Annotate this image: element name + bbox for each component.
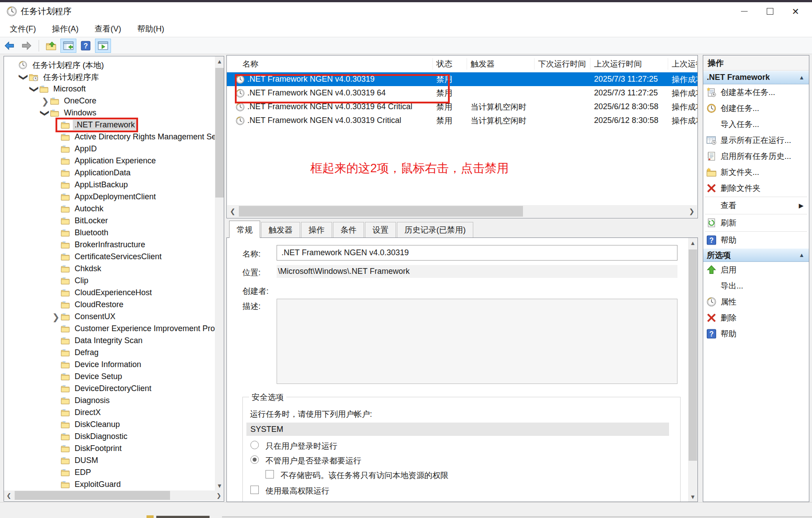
tree-item[interactable]: DiskFootprint [4,443,215,455]
tab-触发器[interactable]: 触发器 [261,222,300,238]
tree-item[interactable]: CertificateServicesClient [4,251,215,263]
tree-item[interactable]: DirectX [4,407,215,419]
help-button[interactable]: ? [78,39,94,53]
back-arrow-button[interactable] [1,39,17,53]
scrollbar-thumb[interactable] [239,206,523,217]
tab-常规[interactable]: 常规 [229,221,260,238]
column-header[interactable]: 名称 [227,58,433,70]
column-header[interactable]: 下次运行时间 [535,58,590,70]
tree-item[interactable]: AppID [4,143,215,155]
checkbox-run-with-highest-privileges[interactable] [250,486,259,494]
tree-item[interactable]: AppListBackup [4,179,215,191]
collapse-arrow-icon[interactable]: ▲ [799,74,804,81]
tree-item[interactable]: Customer Experience Improvement Prog [4,323,215,335]
scroll-down-icon[interactable]: ▼ [215,481,224,490]
action-item[interactable]: 显示所有正在运行... [703,132,809,148]
actions-section-header[interactable]: .NET Framework▲ [703,71,809,84]
tree-item[interactable]: ❯ConsentUX [4,311,215,323]
action-item[interactable]: 查看▶ [703,198,809,214]
column-header[interactable]: 上次运行 [668,58,697,70]
action-item[interactable]: 导入任务... [703,116,809,132]
tree-item[interactable]: Device Setup [4,371,215,383]
column-header[interactable]: 状态 [433,58,467,70]
action-item[interactable]: ?帮助 [703,232,809,248]
action-item[interactable]: 属性 [703,294,809,310]
forward-arrow-button[interactable] [19,39,35,53]
task-name-field[interactable]: .NET Framework NGEN v4.0.30319 [277,245,677,261]
tree-item[interactable]: ❯OneCore [4,95,215,107]
tab-条件[interactable]: 条件 [333,222,364,238]
chevron-down-icon[interactable]: ❯ [30,84,40,95]
tree-item[interactable]: Diagnosis [4,395,215,407]
tree-item[interactable]: BitLocker [4,215,215,227]
checkbox-do-not-store-password[interactable] [265,470,274,478]
action-item[interactable]: 启用 [703,262,809,278]
action-item[interactable]: 删除文件夹 [703,180,809,196]
tree-item[interactable]: ❯Windows [4,107,215,119]
tree-item[interactable]: ExploitGuard [4,478,215,490]
tree-item[interactable]: Clip [4,275,215,287]
task-description-field[interactable] [277,299,677,384]
tree-item[interactable]: DUSM [4,455,215,467]
menu-item[interactable]: 帮助(H) [131,21,170,37]
tree-item[interactable]: ❯Microsoft [4,83,215,95]
tree-horizontal-scrollbar[interactable]: ❮ ❯ [4,490,224,500]
action-item[interactable]: 导出... [703,278,809,294]
tab-操作[interactable]: 操作 [301,222,332,238]
tab-历史记录(已禁用)[interactable]: 历史记录(已禁用) [397,222,473,238]
radio-run-when-logged-on[interactable] [250,441,259,449]
tree-item[interactable]: ApplicationData [4,167,215,179]
action-item[interactable]: 刷新 [703,215,809,231]
tree-item[interactable]: Autochk [4,203,215,215]
collapse-arrow-icon[interactable]: ▲ [799,252,804,258]
tree-item[interactable]: EDP [4,467,215,478]
chevron-down-icon[interactable]: ❯ [19,72,29,83]
scroll-left-icon[interactable]: ❮ [227,205,238,217]
action-pane-button[interactable] [95,39,111,53]
scrollbar-thumb[interactable] [689,249,697,461]
tree-item[interactable]: AppxDeploymentClient [4,191,215,203]
scroll-down-icon[interactable]: ▼ [688,492,697,502]
action-item[interactable]: 启用所有任务历史... [703,148,809,164]
scroll-right-icon[interactable]: ❯ [214,490,224,500]
tree-item[interactable]: 任务计划程序 (本地) [4,59,215,71]
close-button[interactable]: ✕ [783,2,808,20]
tree-item[interactable]: CloudRestore [4,299,215,311]
scrollbar-thumb[interactable] [215,68,224,198]
console-tree-button[interactable] [60,39,76,53]
task-row[interactable]: .NET Framework NGEN v4.0.30319 64 Critic… [227,100,697,114]
tree-item[interactable]: DeviceDirectoryClient [4,383,215,395]
scroll-right-icon[interactable]: ❯ [686,205,697,217]
list-horizontal-scrollbar[interactable]: ❮ ❯ [227,205,697,217]
tree-item[interactable]: Device Information [4,359,215,371]
maximize-button[interactable] [757,2,783,20]
action-item[interactable]: 创建任务... [703,100,809,116]
tree-item[interactable]: BrokerInfrastructure [4,239,215,251]
task-row[interactable]: .NET Framework NGEN v4.0.30319 Critical禁… [227,114,697,127]
menu-item[interactable]: 操作(A) [46,21,85,37]
detail-vertical-scrollbar[interactable]: ▲ ▼ [688,238,697,502]
action-item[interactable]: 删除 [703,310,809,326]
scrollbar-thumb[interactable] [15,491,170,500]
minimize-button[interactable] [731,2,757,20]
tree-item[interactable]: Chkdsk [4,263,215,275]
task-row[interactable]: .NET Framework NGEN v4.0.30319 64禁用2025/… [227,86,697,100]
tab-设置[interactable]: 设置 [365,222,396,238]
tree-item[interactable]: Active Directory Rights Management Se [4,131,215,143]
scroll-up-icon[interactable]: ▲ [688,238,697,248]
folder-up-button[interactable] [43,39,59,53]
column-header[interactable]: 上次运行时间 [590,58,668,70]
tree-item-net-framework[interactable]: .NET Framework [4,119,215,131]
scroll-up-icon[interactable]: ▲ [215,56,224,66]
task-row[interactable]: .NET Framework NGEN v4.0.30319禁用2025/7/3… [227,72,697,86]
chevron-right-icon[interactable]: ❯ [51,312,61,322]
tree-item[interactable]: Bluetooth [4,227,215,239]
menu-item[interactable]: 文件(F) [4,21,42,37]
tree-item[interactable]: CloudExperienceHost [4,287,215,299]
tree-vertical-scrollbar[interactable]: ▲ ▼ [215,56,224,490]
action-item[interactable]: 新文件夹... [703,164,809,180]
actions-section-header[interactable]: 所选项▲ [703,248,809,262]
tree-item[interactable]: DiskCleanup [4,419,215,431]
tree-item[interactable]: Data Integrity Scan [4,335,215,347]
action-item[interactable]: ?帮助 [703,326,809,342]
